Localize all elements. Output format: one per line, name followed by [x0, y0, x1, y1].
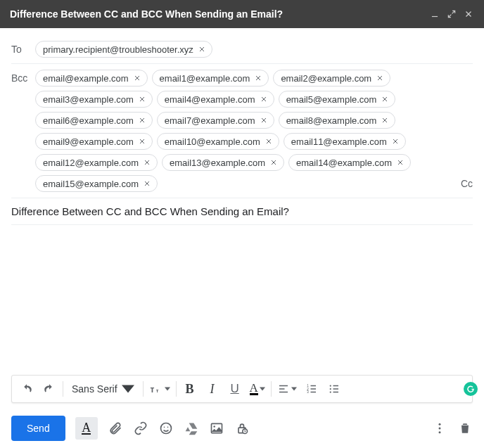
- recipient-chip[interactable]: email6@example.com: [35, 112, 153, 129]
- recipient-chip[interactable]: email8@example.com: [279, 112, 396, 129]
- minimize-icon[interactable]: [429, 8, 440, 20]
- recipient-chip-label: email2@example.com: [281, 73, 371, 84]
- underline-button[interactable]: U: [224, 378, 246, 399]
- insert-photo-icon[interactable]: [209, 421, 224, 436]
- font-family-label: Sans Serif: [72, 383, 117, 395]
- remove-recipient-icon[interactable]: [374, 72, 386, 84]
- bcc-label: Bcc: [11, 70, 35, 84]
- svg-point-52: [330, 388, 331, 390]
- recipient-chip[interactable]: email14@example.com: [288, 154, 411, 171]
- svg-point-51: [330, 385, 331, 386]
- svg-point-56: [167, 427, 168, 428]
- recipient-chip[interactable]: email12@example.com: [35, 154, 158, 171]
- svg-point-63: [439, 431, 441, 433]
- recipient-chip-label: email11@example.com: [291, 136, 387, 147]
- remove-recipient-icon[interactable]: [136, 94, 148, 105]
- remove-recipient-icon[interactable]: [136, 115, 148, 126]
- compose-body: To primary.recipient@troubleshooter.xyz …: [0, 28, 484, 375]
- remove-recipient-icon[interactable]: [268, 157, 279, 168]
- recipient-chip[interactable]: email1@example.com: [152, 70, 269, 87]
- remove-recipient-icon[interactable]: [196, 44, 208, 55]
- recipient-chip-label: email4@example.com: [165, 94, 255, 105]
- to-chips[interactable]: primary.recipient@troubleshooter.xyz: [35, 41, 473, 58]
- recipient-chip[interactable]: primary.recipient@troubleshooter.xyz: [35, 41, 212, 58]
- message-body[interactable]: [11, 225, 473, 375]
- svg-point-58: [213, 425, 215, 428]
- recipient-chip-label: email10@example.com: [165, 136, 260, 147]
- text-color-button[interactable]: A: [247, 378, 268, 399]
- remove-recipient-icon[interactable]: [390, 136, 401, 147]
- compose-header: Difference Between CC and BCC When Sendi…: [0, 0, 484, 28]
- recipient-chip[interactable]: email7@example.com: [157, 112, 274, 129]
- bcc-row[interactable]: Bcc email@example.comemail1@example.come…: [11, 64, 473, 198]
- remove-recipient-icon[interactable]: [253, 72, 264, 84]
- insert-link-icon[interactable]: [133, 421, 148, 436]
- recipient-chip[interactable]: email@example.com: [35, 70, 148, 87]
- compose-window: Difference Between CC and BCC When Sendi…: [0, 0, 484, 448]
- recipient-chip-label: email9@example.com: [43, 136, 134, 147]
- compose-title: Difference Between CC and BCC When Sendi…: [10, 8, 424, 20]
- remove-recipient-icon[interactable]: [136, 136, 148, 147]
- recipient-chip[interactable]: email3@example.com: [35, 91, 153, 108]
- bulleted-list-button[interactable]: [324, 378, 345, 399]
- recipient-chip[interactable]: email9@example.com: [35, 133, 153, 150]
- close-icon[interactable]: [463, 8, 474, 20]
- svg-point-54: [160, 423, 171, 434]
- remove-recipient-icon[interactable]: [258, 115, 269, 126]
- formatting-toggle-button[interactable]: A: [75, 417, 98, 440]
- recipient-chip-label: email15@example.com: [43, 179, 139, 189]
- subject-row[interactable]: Difference Between CC and BCC When Sendi…: [11, 198, 473, 225]
- recipient-chip[interactable]: email5@example.com: [279, 91, 396, 108]
- remove-recipient-icon[interactable]: [141, 157, 153, 168]
- remove-recipient-icon[interactable]: [141, 178, 153, 189]
- to-row[interactable]: To primary.recipient@troubleshooter.xyz: [11, 35, 473, 64]
- grammarly-icon[interactable]: [464, 382, 478, 396]
- confidential-mode-icon[interactable]: [234, 421, 250, 436]
- redo-button[interactable]: [39, 378, 60, 399]
- recipient-chip[interactable]: email4@example.com: [157, 91, 274, 108]
- discard-draft-icon[interactable]: [457, 421, 473, 436]
- fullscreen-icon[interactable]: [446, 8, 457, 20]
- svg-point-53: [330, 391, 331, 392]
- remove-recipient-icon[interactable]: [379, 115, 390, 126]
- send-button[interactable]: Send: [11, 416, 65, 441]
- font-size-button[interactable]: тт: [146, 378, 173, 399]
- more-options-icon[interactable]: [432, 421, 447, 436]
- bcc-chips[interactable]: email@example.comemail1@example.comemail…: [35, 70, 454, 192]
- font-family-select[interactable]: Sans Serif: [66, 378, 140, 399]
- remove-recipient-icon[interactable]: [263, 136, 274, 147]
- insert-emoji-icon[interactable]: [158, 421, 174, 436]
- attach-file-icon[interactable]: [108, 421, 123, 436]
- remove-recipient-icon[interactable]: [379, 94, 390, 105]
- recipient-chip-label: email@example.com: [43, 73, 129, 84]
- recipient-chip[interactable]: email13@example.com: [162, 154, 284, 171]
- svg-point-62: [439, 428, 441, 430]
- subject-text[interactable]: Difference Between CC and BCC When Sendi…: [11, 205, 289, 217]
- recipient-chip[interactable]: email2@example.com: [273, 70, 390, 87]
- remove-recipient-icon[interactable]: [258, 94, 269, 105]
- bold-button[interactable]: B: [179, 378, 200, 399]
- recipient-chip-label: email8@example.com: [286, 115, 377, 126]
- svg-point-61: [439, 423, 441, 425]
- recipient-chip-label: email5@example.com: [286, 94, 377, 105]
- recipient-chip-label: email6@example.com: [43, 115, 134, 126]
- recipient-chip[interactable]: email15@example.com: [35, 175, 158, 192]
- remove-recipient-icon[interactable]: [395, 157, 406, 168]
- compose-action-bar: Send A: [0, 409, 484, 448]
- toolbar-separator: [176, 381, 177, 397]
- to-label: To: [11, 41, 35, 55]
- undo-button[interactable]: [16, 378, 37, 399]
- toolbar-separator: [143, 381, 144, 397]
- recipient-chip-label: primary.recipient@troubleshooter.xyz: [43, 44, 193, 55]
- formatting-toolbar: Sans Serif тт B I U A 123: [11, 375, 473, 403]
- insert-drive-icon[interactable]: [184, 421, 199, 436]
- italic-button[interactable]: I: [202, 378, 223, 399]
- recipient-chip[interactable]: email11@example.com: [284, 133, 406, 150]
- align-button[interactable]: [274, 378, 300, 399]
- remove-recipient-icon[interactable]: [132, 72, 143, 84]
- numbered-list-button[interactable]: 123: [301, 378, 322, 399]
- cc-toggle[interactable]: Cc: [454, 178, 473, 192]
- svg-text:т: т: [150, 385, 154, 395]
- recipient-chip[interactable]: email10@example.com: [157, 133, 279, 150]
- svg-point-55: [163, 427, 165, 428]
